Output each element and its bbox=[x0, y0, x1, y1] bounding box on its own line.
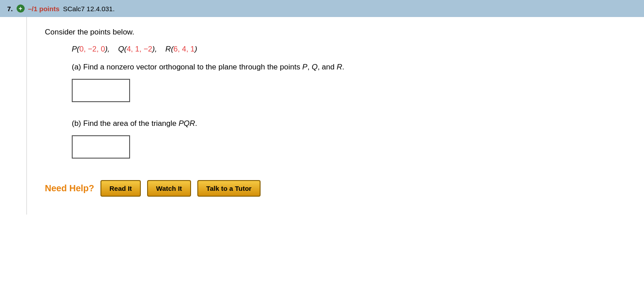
part-a-answer-input[interactable] bbox=[72, 79, 130, 102]
left-column bbox=[0, 17, 27, 215]
intro-text: Consider the points below. bbox=[45, 28, 626, 37]
p-label: P bbox=[72, 45, 77, 53]
problem-id: SCalc7 12.4.031. bbox=[63, 5, 115, 13]
read-it-button[interactable]: Read It bbox=[100, 180, 141, 197]
watch-it-button[interactable]: Watch It bbox=[147, 180, 191, 197]
r-coords: 6, 4, 1 bbox=[174, 45, 195, 53]
part-a-text: (a) Find a nonzero vector orthogonal to … bbox=[72, 63, 626, 72]
main-wrapper: Consider the points below. P(0, −2, 0), … bbox=[0, 17, 644, 215]
r-label: R bbox=[165, 45, 171, 53]
talk-to-tutor-button[interactable]: Talk to a Tutor bbox=[197, 180, 261, 197]
question-number: 7. bbox=[7, 5, 13, 13]
part-b-answer-input[interactable] bbox=[72, 135, 130, 159]
right-content: Consider the points below. P(0, −2, 0), … bbox=[27, 17, 644, 215]
points-text: –/1 points bbox=[28, 5, 60, 13]
q-coords: 4, 1, −2 bbox=[126, 45, 152, 53]
part-b-section: (b) Find the area of the triangle PQR. bbox=[45, 119, 626, 171]
q-label: Q bbox=[118, 45, 124, 53]
need-help-section: Need Help? Read It Watch It Talk to a Tu… bbox=[45, 180, 626, 197]
question-header: 7. + –/1 points SCalc7 12.4.031. bbox=[0, 0, 644, 17]
p-coords: 0, −2, 0 bbox=[79, 45, 105, 53]
plus-icon: + bbox=[17, 4, 25, 13]
points-line: P(0, −2, 0), Q(4, 1, −2), R(6, 4, 1) bbox=[72, 45, 626, 54]
part-b-text: (b) Find the area of the triangle PQR. bbox=[72, 119, 626, 128]
need-help-label: Need Help? bbox=[45, 183, 94, 194]
